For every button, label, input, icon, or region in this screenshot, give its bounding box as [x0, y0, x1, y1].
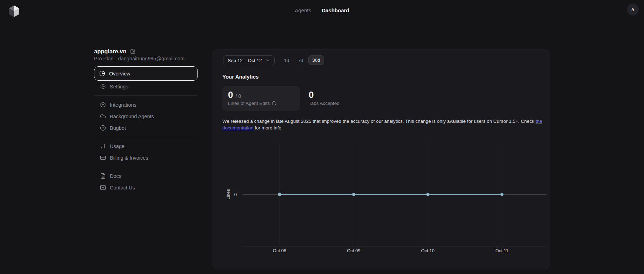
sidebar-item-background-agents[interactable]: Background Agents	[94, 111, 198, 122]
subtitle-separator: ·	[115, 56, 117, 61]
date-range-selector[interactable]: Sep 12 – Oct 12	[223, 55, 275, 65]
release-notice: We released a change in late August 2025…	[222, 118, 545, 131]
stat-label: Tabs Accepted	[309, 101, 340, 106]
chevron-down-icon	[265, 58, 270, 63]
check-circle-icon	[100, 125, 106, 131]
sidebar-item-billing[interactable]: Billing & Invoices	[94, 152, 198, 163]
workspace-subtitle: Pro Plan · danghaitrung995@gmail.com	[94, 56, 198, 61]
stat-card-tabs-accepted: 0 Tabs Accepted	[303, 86, 380, 111]
sidebar-item-label: Overview	[109, 71, 130, 76]
stat-secondary-value: / 0	[235, 93, 241, 99]
stat-value: 0	[228, 90, 233, 100]
range-button-7d[interactable]: 7d	[294, 55, 307, 65]
notice-text-before: We released a change in late August 2025…	[222, 119, 536, 124]
range-button-1d[interactable]: 1d	[280, 55, 293, 65]
dashboard-screen: Agents Dashboard a appgiare.vn Pro Plan …	[0, 0, 644, 274]
sidebar-item-label: Billing & Invoices	[110, 155, 148, 161]
credit-card-icon	[100, 155, 106, 161]
sidebar-item-overview[interactable]: Overview	[94, 66, 198, 81]
info-icon[interactable]	[272, 101, 276, 106]
sidebar-item-bugbot[interactable]: Bugbot	[94, 122, 198, 134]
file-text-icon	[100, 173, 106, 179]
plan-label: Pro Plan	[94, 56, 114, 61]
sidebar-item-docs[interactable]: Docs	[94, 170, 198, 182]
svg-text:Oct 09: Oct 09	[347, 248, 360, 253]
sidebar-divider	[94, 95, 198, 96]
sidebar-item-settings[interactable]: Settings	[94, 81, 198, 92]
sidebar-divider	[94, 137, 198, 137]
svg-text:0: 0	[234, 192, 237, 197]
sidebar-item-label: Bugbot	[110, 125, 126, 131]
stat-value: 0	[309, 90, 314, 100]
sidebar-item-label: Background Agents	[110, 114, 154, 119]
pie-chart-icon	[99, 71, 105, 76]
analytics-title: Your Analytics	[222, 74, 259, 80]
tab-agents[interactable]: Agents	[295, 7, 311, 13]
edit-workspace-icon[interactable]	[130, 49, 135, 54]
analytics-lines-chart: Oct 08Oct 09Oct 10Oct 11Lines0	[219, 138, 549, 257]
range-button-30d[interactable]: 30d	[308, 55, 324, 65]
svg-text:Oct 11: Oct 11	[495, 248, 508, 253]
analytics-panel: Sep 12 – Oct 12 1d 7d 30d Your Analytics…	[213, 49, 550, 269]
svg-text:Oct 08: Oct 08	[273, 248, 286, 253]
svg-text:Lines: Lines	[226, 189, 231, 200]
package-icon	[100, 102, 106, 108]
gear-icon	[100, 83, 106, 89]
date-range-label: Sep 12 – Oct 12	[228, 58, 262, 63]
sidebar-item-contact-us[interactable]: Contact Us	[94, 182, 198, 193]
tab-dashboard[interactable]: Dashboard	[322, 7, 349, 13]
workspace-name: appgiare.vn	[94, 48, 127, 55]
mail-icon	[100, 185, 106, 191]
sidebar-divider	[94, 167, 198, 167]
svg-text:Oct 10: Oct 10	[421, 248, 434, 253]
sidebar: appgiare.vn Pro Plan · danghaitrung995@g…	[94, 48, 198, 193]
account-email: danghaitrung995@gmail.com	[118, 56, 185, 61]
workspace-header: appgiare.vn	[94, 48, 198, 55]
sidebar-item-label: Integrations	[110, 102, 136, 108]
stat-label: Lines of Agent Edits	[228, 101, 270, 106]
cloud-icon	[100, 113, 106, 119]
sidebar-item-label: Docs	[110, 173, 121, 179]
avatar-letter: a	[631, 7, 634, 12]
stat-card-lines-of-agent-edits: 0 / 0 Lines of Agent Edits	[222, 86, 300, 111]
bar-chart-icon	[100, 143, 106, 149]
sidebar-item-integrations[interactable]: Integrations	[94, 99, 198, 111]
sidebar-item-usage[interactable]: Usage	[94, 140, 198, 152]
avatar[interactable]: a	[627, 4, 639, 15]
sidebar-item-label: Settings	[110, 84, 128, 89]
sidebar-item-label: Usage	[110, 143, 125, 149]
notice-text-after: for more info.	[254, 125, 283, 131]
top-navigation: Agents Dashboard	[0, 0, 644, 20]
sidebar-item-label: Contact Us	[110, 185, 135, 191]
